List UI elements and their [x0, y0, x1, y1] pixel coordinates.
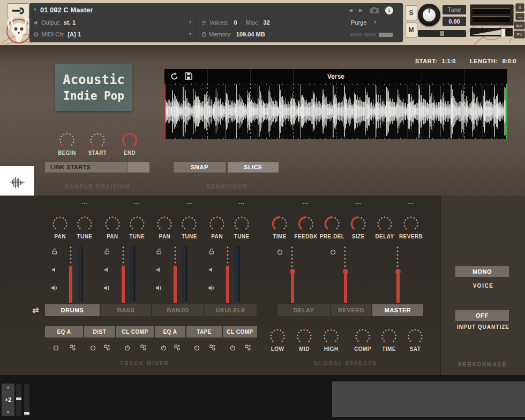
drums-volume-fader[interactable]	[69, 266, 72, 303]
next-instrument-button[interactable]: ▶	[356, 8, 366, 13]
fx-slot-3[interactable]: EQ A	[155, 326, 185, 338]
fx-slot-5-settings-icon[interactable]	[244, 343, 251, 353]
fx-slot-2-settings-icon[interactable]	[140, 343, 147, 353]
bass-tune-knob[interactable]: TUNE	[123, 215, 151, 239]
bass-mute-icon[interactable]	[104, 265, 110, 275]
mod-wheel[interactable]	[24, 384, 29, 416]
drums-mute-icon[interactable]	[51, 265, 58, 275]
track-tab-banjo[interactable]: BANJO	[152, 304, 204, 316]
pitch-wheel[interactable]	[16, 384, 21, 416]
start-knob[interactable]: START	[84, 131, 111, 156]
drums-volume-icon[interactable]	[51, 283, 58, 293]
prev-instrument-button[interactable]: ◀	[346, 8, 356, 13]
send-knob-reverb[interactable]: REVERB	[397, 215, 425, 239]
begin-knob[interactable]: BEGIN	[53, 131, 81, 156]
waveform-display[interactable]	[164, 84, 507, 139]
pan-slider[interactable]	[418, 30, 466, 37]
fx-slot-3-power-icon[interactable]	[161, 343, 167, 353]
close-button[interactable]: ×	[515, 3, 524, 12]
snap-button[interactable]: SNAP	[174, 162, 226, 172]
aux-view-button[interactable]: aux	[514, 21, 525, 29]
fx-slot-3-settings-icon[interactable]	[174, 343, 181, 353]
fx-slot-4-power-icon[interactable]	[194, 343, 200, 353]
bass-lock-icon[interactable]	[104, 247, 110, 257]
fx-slot-1[interactable]: DIST	[84, 326, 115, 338]
send-knob-size[interactable]: SIZE	[344, 215, 372, 239]
bus-tab-master[interactable]: MASTER	[372, 304, 423, 316]
banjo-volume-icon[interactable]	[155, 283, 163, 293]
pv-view-button[interactable]: PV	[514, 31, 525, 39]
output-row[interactable]: Output: st. 1 ▾	[34, 17, 191, 28]
fx-slot-4-settings-icon[interactable]	[209, 343, 216, 353]
ukulele-mute-icon[interactable]	[208, 265, 215, 275]
volume-slider[interactable]	[470, 28, 513, 36]
fx-slot-1-settings-icon[interactable]	[103, 343, 110, 353]
global-knob-comp[interactable]: COMP	[349, 327, 377, 352]
banjo-tune-knob[interactable]: TUNE	[175, 215, 203, 239]
link-starts-button[interactable]: LINK STARTS	[45, 162, 127, 172]
input-quantize-off-button[interactable]: OFF	[455, 310, 509, 321]
swap-tracks-icon[interactable]: ⇄	[32, 305, 39, 315]
fx-slot-5-power-icon[interactable]	[230, 343, 236, 353]
send-knob-pre-del[interactable]: PRE-DEL	[318, 215, 346, 239]
banjo-pan-knob[interactable]: PAN	[151, 215, 178, 239]
track-tab-drums[interactable]: DRUMS	[45, 304, 100, 316]
fx-slot-5[interactable]: CL COMP	[223, 326, 257, 338]
slice-button[interactable]: SLICE	[228, 162, 279, 172]
purge-menu[interactable]: Purge ▾	[351, 17, 376, 28]
ukulele-tune-knob[interactable]: TUNE	[228, 215, 256, 239]
global-knob-mid[interactable]: MID	[290, 327, 318, 352]
global-knob-high[interactable]: HIGH	[317, 327, 345, 352]
snapshot-camera-icon[interactable]	[369, 6, 380, 14]
output-dropdown-icon[interactable]: ▾	[189, 20, 191, 25]
global-knob-sat[interactable]: SAT	[401, 327, 429, 352]
mono-button[interactable]: MONO	[455, 266, 509, 277]
tune-value-box[interactable]: 0.00	[442, 17, 466, 26]
global-knob-low[interactable]: LOW	[264, 327, 291, 352]
banjo-lock-icon[interactable]	[156, 247, 162, 257]
fx-slot-2-power-icon[interactable]	[124, 343, 130, 353]
track-tab-bass[interactable]: BASS	[101, 304, 151, 316]
link-starts-extension[interactable]	[128, 162, 149, 172]
banjo-mute-icon[interactable]	[156, 265, 162, 275]
fx-slot-4[interactable]: TAPE	[186, 326, 222, 338]
ukulele-volume-icon[interactable]	[208, 283, 215, 293]
ukulele-lock-icon[interactable]	[208, 247, 215, 257]
delay-send-fader[interactable]	[291, 273, 294, 303]
master-tune-knob[interactable]	[418, 4, 440, 26]
reverb-send-fader[interactable]	[344, 273, 347, 303]
fx-slot-0[interactable]: EQ A	[45, 326, 83, 338]
track-tab-ukulele[interactable]: UKULELE	[205, 304, 257, 316]
fx-slot-0-power-icon[interactable]	[53, 343, 59, 353]
master-send-fader[interactable]	[396, 273, 400, 303]
transpose-up-button[interactable]: ▲	[6, 385, 10, 389]
send-knob-feedbk[interactable]: FEEDBK	[292, 215, 320, 239]
banjo-volume-fader[interactable]	[174, 266, 177, 303]
mute-button[interactable]: M	[405, 22, 417, 38]
delay-power-icon[interactable]	[277, 248, 283, 257]
solo-button[interactable]: S	[405, 5, 417, 20]
info-icon[interactable]: i	[385, 6, 393, 14]
ukulele-volume-fader[interactable]	[226, 266, 229, 303]
drums-lock-icon[interactable]	[51, 247, 58, 257]
instrument-collapse-caret[interactable]: ▾	[34, 7, 36, 12]
drums-pan-knob[interactable]: PAN	[46, 215, 74, 239]
tab-sample-view[interactable]	[0, 166, 34, 199]
midi-row[interactable]: MIDI Ch: [A] 1 ▾	[34, 29, 191, 40]
fx-slot-2[interactable]: CL COMP	[116, 326, 154, 338]
send-knob-time[interactable]: TIME	[266, 215, 294, 239]
minimize-button[interactable]: —	[515, 13, 524, 20]
drums-tune-knob[interactable]: TUNE	[71, 215, 99, 239]
midi-dropdown-icon[interactable]: ▾	[189, 32, 191, 36]
bass-pan-knob[interactable]: PAN	[99, 215, 126, 239]
send-knob-delay[interactable]: DELAY	[371, 215, 399, 239]
bass-volume-icon[interactable]	[103, 283, 111, 293]
bass-volume-fader[interactable]	[122, 266, 125, 303]
reverb-power-icon[interactable]	[330, 248, 336, 257]
transpose-down-button[interactable]: ▼	[6, 410, 10, 414]
global-knob-time[interactable]: TIME	[375, 327, 403, 352]
bus-tab-delay[interactable]: DELAY	[278, 304, 330, 316]
fx-slot-0-settings-icon[interactable]	[69, 343, 76, 353]
bus-tab-reverb[interactable]: REVERB	[331, 304, 371, 316]
fx-slot-1-power-icon[interactable]	[90, 343, 96, 353]
